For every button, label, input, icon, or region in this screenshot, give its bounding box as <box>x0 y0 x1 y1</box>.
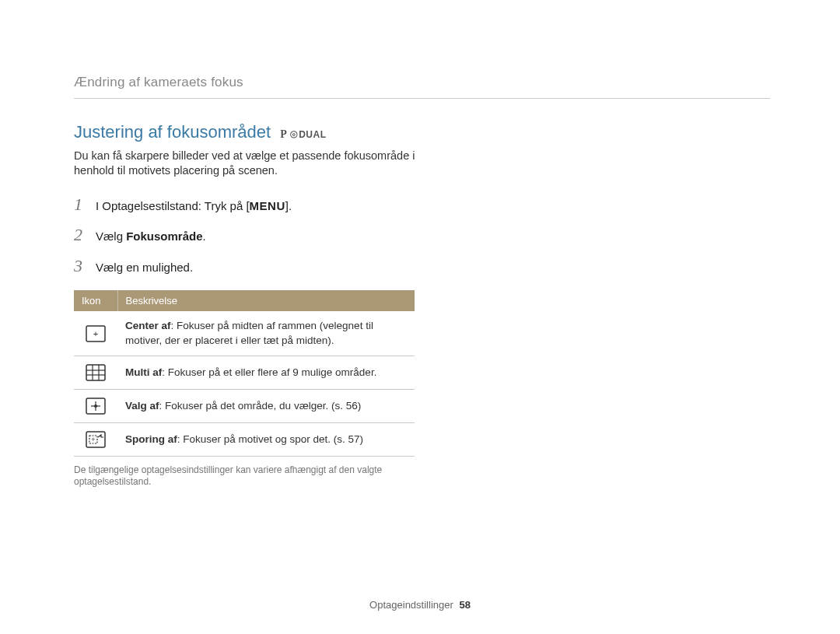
col-header-desc: Beskrivelse <box>117 290 415 312</box>
svg-point-10 <box>94 405 97 408</box>
select-af-icon <box>86 398 106 415</box>
steps-list: 1 I Optagelsestilstand: Tryk på [MENU]. … <box>74 193 770 278</box>
menu-button-label: MENU <box>250 199 285 212</box>
table-row: + Sporing af: Fokuser på motivet og spor… <box>74 422 415 456</box>
step-2: 2 Vælg Fokusområde. <box>74 223 770 247</box>
mode-dual-badge: ⦾DUAL <box>290 128 327 141</box>
tracking-af-icon: + <box>86 431 106 448</box>
cell-desc: Multi af: Fokuser på et eller flere af 9… <box>117 356 415 389</box>
step-number: 1 <box>74 193 88 216</box>
row-desc: : Fokuser på et eller flere af 9 mulige … <box>162 366 376 378</box>
section-title: Justering af fokusområdet <box>74 121 271 144</box>
table-row: Multi af: Fokuser på et eller flere af 9… <box>74 356 415 389</box>
svg-text:+: + <box>93 329 98 338</box>
step1-prefix: I Optagelsestilstand: Tryk på [ <box>96 199 250 212</box>
row-title: Valg af <box>125 400 159 412</box>
breadcrumb: Ændring af kameraets fokus <box>74 74 770 99</box>
dual-icon: ⦾ <box>290 130 299 139</box>
row-desc: : Fokuser på det område, du vælger. (s. … <box>159 400 362 412</box>
svg-text:+: + <box>91 436 95 443</box>
row-title: Center af <box>125 320 171 331</box>
step-number: 2 <box>74 223 88 247</box>
step-text: I Optagelsestilstand: Tryk på [MENU]. <box>96 198 292 214</box>
step-3: 3 Vælg en mulighed. <box>74 254 770 278</box>
table-row: Valg af: Fokuser på det område, du vælge… <box>74 389 415 422</box>
page-footer: Optageindstillinger 58 <box>0 598 840 612</box>
row-title: Sporing af <box>125 433 177 445</box>
step2-bold: Fokusområde <box>126 229 202 243</box>
col-header-icon: Ikon <box>74 290 117 312</box>
step-1: 1 I Optagelsestilstand: Tryk på [MENU]. <box>74 193 770 216</box>
mode-badges: P ⦾DUAL <box>280 128 326 142</box>
step-number: 3 <box>74 254 88 278</box>
step1-suffix: ]. <box>285 199 292 212</box>
mode-p-badge: P <box>280 128 287 142</box>
multi-af-icon <box>86 364 106 381</box>
cell-desc: Center af: Fokuser på midten af rammen (… <box>117 311 415 356</box>
step-text: Vælg en mulighed. <box>96 260 193 275</box>
step-text: Vælg Fokusområde. <box>96 229 206 244</box>
section-intro: Du kan få skarpere billeder ved at vælge… <box>74 149 416 179</box>
row-title: Multi af <box>125 366 162 378</box>
cell-desc: Sporing af: Fokuser på motivet og spor d… <box>117 422 415 456</box>
footnote: De tilgængelige optagelsesindstillinger … <box>74 464 408 489</box>
svg-rect-2 <box>86 365 105 380</box>
focus-options-table: Ikon Beskrivelse + Center af: Fokuser på… <box>74 290 415 457</box>
step2-suffix: . <box>203 229 206 243</box>
step2-prefix: Vælg <box>96 229 126 243</box>
center-af-icon: + <box>86 325 106 342</box>
cell-desc: Valg af: Fokuser på det område, du vælge… <box>117 389 415 422</box>
row-desc: : Fokuser på motivet og spor det. (s. 57… <box>177 433 363 445</box>
mode-dual-label: DUAL <box>299 129 326 140</box>
footer-page-number: 58 <box>459 599 470 611</box>
table-row: + Center af: Fokuser på midten af rammen… <box>74 311 415 356</box>
footer-section: Optageindstillinger <box>369 599 453 611</box>
